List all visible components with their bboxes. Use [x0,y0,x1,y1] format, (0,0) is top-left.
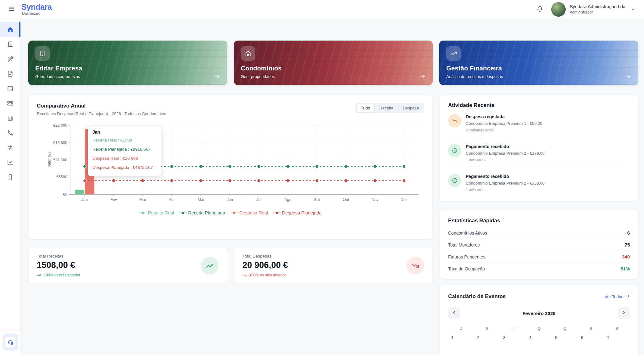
legend-label: Despesa Real [239,210,268,215]
chart-line-icon [7,159,14,166]
sidebar-item-dashboard[interactable] [0,22,20,37]
day-header: S [578,326,604,331]
legend-marker-icon [139,211,146,214]
avatar[interactable] [551,2,566,17]
svg-text:Jul: Jul [256,197,261,202]
stat-value: 340 [622,254,630,259]
chart-tab-despesa[interactable]: Despesa [398,104,423,112]
hero-content: Editar EmpresaGerir dados corporativos [35,46,220,79]
activity-item: Despesa registadaCondomínio Empresa Prem… [448,108,630,138]
legend-item-receita-planejada[interactable]: Receita Planejada [180,210,225,215]
activity-time: 1 mês atrás [466,158,545,162]
total-change-text: -100% vs mês anterior [248,273,286,277]
sidebar-item-contactos[interactable] [0,125,20,140]
stats-title: Estatísticas Rápidas [448,218,630,224]
prev-month-button[interactable] [448,307,460,319]
building-icon [7,41,14,47]
smartphone-icon [7,174,14,180]
view-all-label: Ver Todos [604,294,623,299]
calendar-day-3[interactable]: 3 [500,333,526,355]
header-actions: Syndara Administração Lda Administrador [536,2,636,17]
calendar-day-headers: DSTQQSS [448,326,630,331]
phone-icon [7,130,14,136]
svg-text:Out: Out [343,197,349,202]
newspaper-icon [7,115,14,121]
app-title: Syndara [21,3,52,11]
trending-down-icon [407,257,424,275]
sidebar-item-transacoes[interactable] [0,140,20,155]
activity-subtitle: Condomínio Empresa Premium 1 - €50,00 [466,121,542,126]
svg-text:€16 500: €16 500 [53,141,67,145]
stat-row: Faturas Pendentes340 [448,251,630,263]
calendar-day-1[interactable]: 1 [448,333,474,355]
legend-marker-icon [180,211,186,214]
sidebar-item-calendario[interactable] [0,81,20,96]
legend-item-receita-real[interactable]: Receita Real [139,210,174,215]
view-all-link[interactable]: Ver Todos [604,294,630,299]
check-circle-icon [448,144,461,157]
svg-text:Fev: Fev [110,197,117,202]
user-name: Syndara Administração Lda [570,4,625,9]
svg-text:Mar: Mar [139,197,146,202]
calendar-month-label: Fevereiro 2026 [522,311,555,316]
logo-block: Syndara Dashboard [21,3,52,16]
stats-list: Condomínios Ativos6Total Moradores75Fatu… [448,227,630,275]
events-calendar-card: Calendário de Eventos Ver Todos Fevereir… [440,285,638,355]
sidebar-footer [0,330,20,355]
total-info: Total Receitas1508,00 €-100% vs mês ante… [37,254,80,277]
notifications-button[interactable] [536,6,543,13]
hero-card-condominios[interactable]: CondomíniosGerir propriedades [234,41,433,85]
svg-text:€5500: €5500 [56,175,67,179]
stat-label: Faturas Pendentes [448,254,485,259]
user-menu[interactable]: Syndara Administração Lda Administrador [570,4,636,14]
calendar-day-4[interactable]: 4 [526,333,552,355]
next-month-button[interactable] [618,307,630,319]
hero-content: CondomíniosGerir propriedades [241,46,426,79]
calendar-day-2[interactable]: 2 [474,333,500,355]
arrow-right-icon [625,294,630,299]
legend-item-despesa-planejada[interactable]: Despesa Planejada [274,210,322,215]
sidebar-item-tickets[interactable] [0,96,20,111]
sidebar-item-condominios[interactable] [0,37,20,52]
calendar-day-5[interactable]: 5 [552,333,578,355]
hero-title: Condomínios [241,65,426,72]
user-info: Syndara Administração Lda Administrador [570,4,625,14]
support-button[interactable] [3,334,18,351]
activity-time: 1 mês atrás [466,188,545,192]
calendar-day-7[interactable]: 7 [604,333,630,355]
quick-stats-card: Estatísticas Rápidas Condomínios Ativos6… [440,210,638,279]
sidebar-item-manutencao[interactable] [0,52,20,66]
total-label: Total Receitas [37,254,80,258]
hero-card-gestao-financeira[interactable]: Gestão FinanceiraAnálise de receitas e d… [439,41,638,85]
chevron-left-icon [452,310,457,316]
total-label: Total Despesas [242,254,288,258]
left-column: Comparativo Anual Receita vs Despesa (Re… [28,94,433,355]
chart-tab-receita[interactable]: Receita [375,104,398,112]
hero-subtitle: Gerir dados corporativos [35,74,220,79]
day-header: S [474,326,500,331]
chart-tab-tudo[interactable]: Tudo [356,104,374,112]
total-value: 20 906,00 € [242,260,288,270]
sidebar-item-relatorios[interactable] [0,155,20,170]
sidebar-item-app-movel[interactable] [0,170,20,185]
activity-list: Despesa registadaCondomínio Empresa Prem… [448,108,630,198]
annual-comparison-card: Comparativo Anual Receita vs Despesa (Re… [28,94,433,240]
tooltip-row: Receita Planejada : €8916,667 [92,145,157,154]
svg-text:Jun: Jun [227,197,233,202]
legend-item-despesa-real[interactable]: Despesa Real [231,210,268,215]
svg-text:Jan: Jan [81,197,88,202]
calendar-header: Calendário de Eventos Ver Todos [448,293,630,300]
hero-card-editar-empresa[interactable]: Editar EmpresaGerir dados corporativos [28,41,227,85]
home-outline-icon [241,46,255,61]
menu-button[interactable] [8,5,15,13]
chart-legend: Receita RealReceita PlanejadaDespesa Rea… [37,210,424,215]
hero-title: Gestão Financeira [446,65,631,72]
calendar-day-6[interactable]: 6 [578,333,604,355]
day-header: S [604,326,630,331]
day-header: Q [526,326,552,331]
sidebar-item-documentos[interactable] [0,66,20,81]
sidebar-item-noticias[interactable] [0,111,20,125]
stat-label: Total Moradores [448,242,480,247]
total-change: -100% vs mês anterior [242,273,288,277]
user-role: Administrador [570,10,625,14]
